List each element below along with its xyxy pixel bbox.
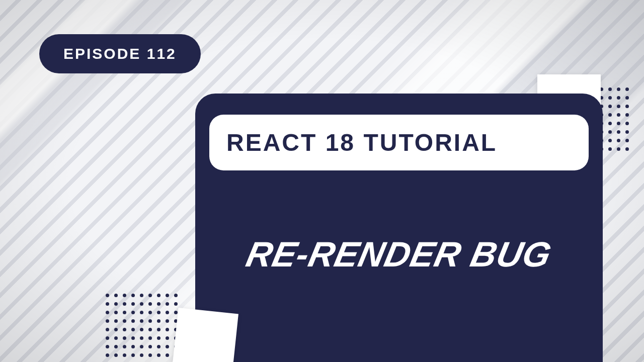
tutorial-title-bar: REACT 18 TUTORIAL (209, 115, 589, 170)
episode-badge: EPISODE 112 (39, 34, 201, 73)
episode-text: EPISODE 112 (63, 45, 177, 62)
decorative-square-bottom-left (172, 308, 238, 362)
tutorial-title-text: REACT 18 TUTORIAL (226, 129, 497, 156)
subtitle-text: RE-RENDER BUG (243, 234, 555, 275)
dot-grid-bottom-left (106, 294, 178, 357)
main-card: REACT 18 TUTORIAL RE-RENDER BUG (195, 94, 603, 362)
